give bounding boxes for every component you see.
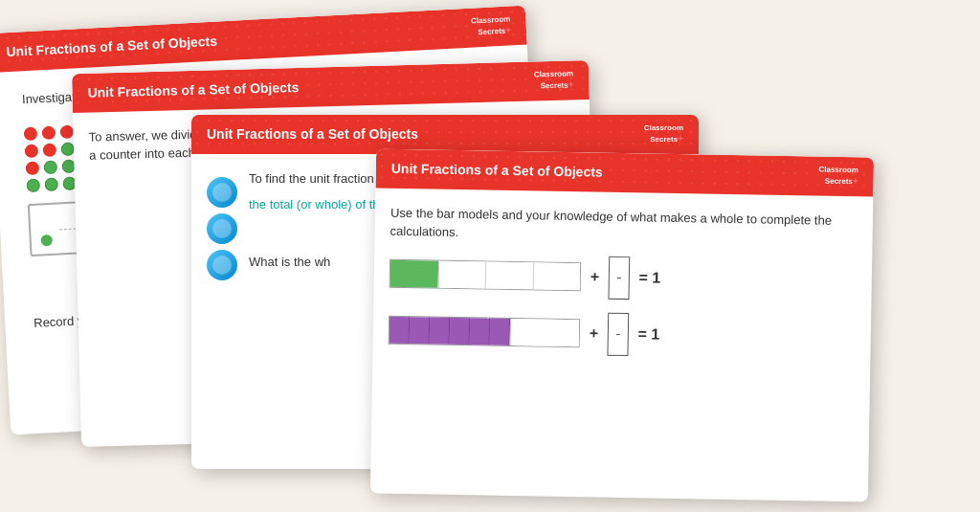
circle-icons-col <box>207 169 237 288</box>
card-4-logo: ClassroomSecrets+ <box>818 167 858 187</box>
circle-inner-2 <box>212 219 232 238</box>
dot-col-2 <box>42 126 59 192</box>
bar-2-empty <box>510 319 579 346</box>
bar-row-2: + = 1 <box>388 308 856 360</box>
dot <box>60 125 75 140</box>
dot <box>43 144 57 158</box>
dot <box>24 127 38 142</box>
purple-seg-4 <box>450 318 470 345</box>
purple-seg-1 <box>390 317 410 344</box>
circle-icons <box>207 177 237 280</box>
bar-row-1: + = 1 <box>390 252 858 303</box>
dot <box>25 145 39 159</box>
circle-inner-1 <box>212 183 232 202</box>
dot <box>44 178 58 192</box>
frac-numerator-2 <box>616 315 620 332</box>
card-3-title: Unit Fractions of a Set of Objects <box>207 126 418 142</box>
bar-1-filled <box>390 260 438 288</box>
card-4: Unit Fractions of a Set of Objects Class… <box>370 148 874 501</box>
card-4-body: Use the bar models and your knowledge of… <box>372 188 873 389</box>
green-circle <box>40 234 53 247</box>
circle-icon-3 <box>207 250 237 280</box>
bar-2-equals: = 1 <box>637 323 659 345</box>
dot <box>43 161 57 175</box>
bar-1-empty-2 <box>485 262 533 290</box>
fraction-box-2 <box>608 312 629 355</box>
bar-2-container <box>389 316 580 347</box>
bar-2-plus: + <box>590 323 599 345</box>
dot-col-1 <box>24 127 41 193</box>
bar-1-empty-1 <box>438 261 486 289</box>
dot <box>26 179 40 193</box>
purple-seg-6 <box>490 319 510 345</box>
frac-line-1 <box>617 278 620 278</box>
circle-icon-1 <box>207 177 237 208</box>
card-3-header: Unit Fractions of a Set of Objects Class… <box>191 115 699 154</box>
circle-icon-2 <box>207 213 237 244</box>
bar-1-empty-3 <box>532 262 580 290</box>
bar-1-plus: + <box>590 266 600 289</box>
frac-denominator-1 <box>617 279 621 297</box>
bar-1-equals: = 1 <box>638 266 660 289</box>
bar-models: + = 1 + <box>388 252 857 360</box>
card-2-logo: ClassroomSecrets+ <box>534 70 574 91</box>
dot <box>42 126 56 141</box>
frac-numerator-1 <box>617 259 621 277</box>
frac-line-2 <box>616 333 619 334</box>
card-2-title: Unit Fractions of a Set of Objects <box>87 79 299 100</box>
card-1-title: Unit Fractions of a Set of Objects <box>6 33 217 60</box>
dot <box>25 162 39 176</box>
bar-1-container <box>390 259 581 291</box>
purple-seg-5 <box>470 318 490 345</box>
purple-seg-2 <box>410 317 430 344</box>
card-4-title: Unit Fractions of a Set of Objects <box>391 161 603 180</box>
card-3-logo: ClassroomSecrets+ <box>644 124 683 145</box>
card-1-logo: ClassroomSecrets+ <box>471 15 511 37</box>
purple-seg-3 <box>430 318 450 345</box>
card-4-instruction: Use the bar models and your knowledge of… <box>390 203 858 249</box>
frac-denominator-2 <box>616 335 620 352</box>
fraction-box-1 <box>609 256 630 299</box>
circle-inner-3 <box>212 256 232 275</box>
